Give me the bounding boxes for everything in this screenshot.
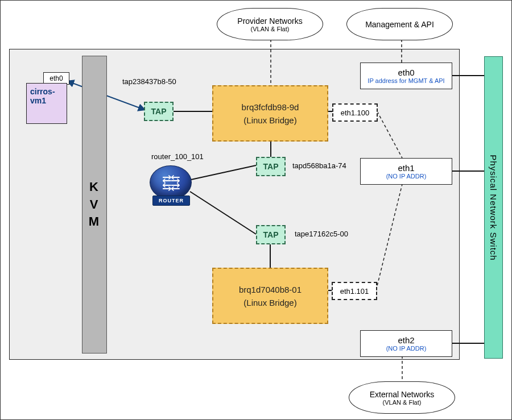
cloud-provider-networks: Provider Networks (VLAN & Flat) (217, 8, 323, 40)
diagram-canvas: Provider Networks (VLAN & Flat) Manageme… (0, 0, 512, 420)
kvm-hypervisor: KVM (82, 56, 107, 354)
cloud-management-api: Management & API (346, 8, 453, 40)
nic-name: eth0 (398, 68, 414, 77)
vm-label: cirros-vm1 (27, 84, 67, 109)
kvm-label: KVM (89, 178, 100, 231)
tap-box-1: TAP (144, 102, 174, 121)
bridge-name: brq3fcfdb98-9d (242, 102, 299, 112)
router-arrows-icon: ⇄⇆⇆⇄ (162, 174, 179, 190)
bridge-name: brq1d7040b8-01 (239, 285, 302, 294)
tap-box-3: TAP (256, 225, 286, 244)
tap-label: TAP (263, 230, 279, 239)
tap-label: TAP (151, 107, 167, 116)
router-icon: ⇄⇆⇆⇄ ROUTER (150, 165, 191, 206)
cloud-title: Provider Networks (237, 16, 302, 26)
bridge-2: brq1d7040b8-01 (Linux Bridge) (212, 268, 328, 324)
nic-name: eth2 (398, 335, 414, 345)
cloud-title: External Networks (370, 390, 435, 399)
tap-label: TAP (263, 162, 279, 171)
physical-switch: Physical Network Switch (484, 56, 503, 359)
nic-subtitle: (NO IP ADDR) (386, 173, 427, 180)
tap-box-2: TAP (256, 157, 286, 176)
vlan-eth1-101: eth1.101 (332, 282, 377, 300)
switch-label: Physical Network Switch (489, 155, 498, 260)
nic-subtitle: (NO IP ADDR) (386, 345, 427, 352)
tap1-name-label: tap238437b8-50 (122, 77, 176, 86)
nic-eth0: eth0 IP address for MGMT & API (360, 63, 452, 89)
bridge-subtitle: (Linux Bridge) (243, 298, 296, 307)
cloud-external-networks: External Networks (VLAN & Flat) (349, 381, 455, 414)
bridge-subtitle: (Linux Bridge) (243, 115, 296, 125)
nic-name: eth1 (398, 163, 414, 173)
router-name-label: router_100_101 (151, 152, 204, 161)
tap3-name-label: tape17162c5-00 (295, 230, 348, 238)
cloud-subtitle: (VLAN & Flat) (383, 399, 422, 406)
vm-cirros: cirros-vm1 (26, 83, 67, 124)
cloud-subtitle: (VLAN & Flat) (251, 26, 290, 32)
router-badge: ROUTER (152, 196, 190, 206)
nic-eth2: eth2 (NO IP ADDR) (360, 330, 452, 357)
bridge-1: brq3fcfdb98-9d (Linux Bridge) (212, 85, 328, 142)
nic-eth1: eth1 (NO IP ADDR) (360, 158, 452, 185)
cloud-title: Management & API (365, 20, 434, 29)
vlan-eth1-100: eth1.100 (332, 103, 378, 122)
tap2-name-label: tapd568ba1a-74 (292, 161, 346, 170)
nic-subtitle: IP address for MGMT & API (364, 77, 448, 84)
